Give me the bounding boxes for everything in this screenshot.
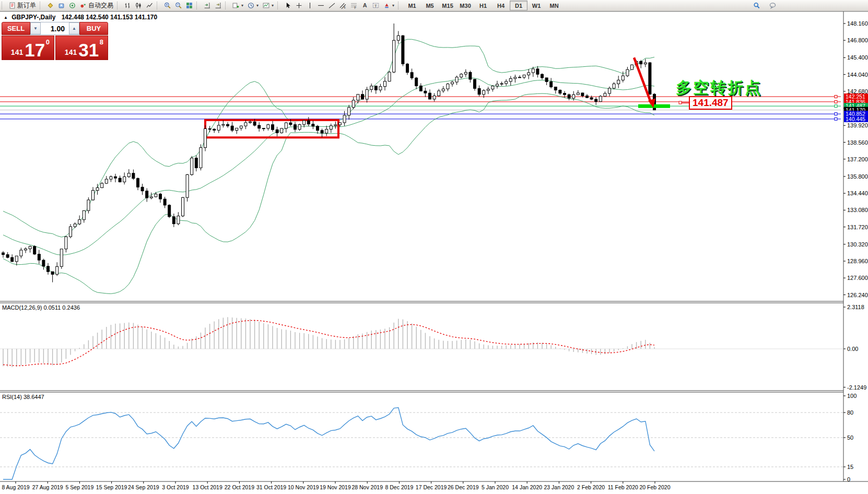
text-icon: A [361,2,368,9]
toolbar-separator [277,2,280,9]
auto-scroll-button[interactable] [202,1,213,11]
svg-text:14 Jan 2020: 14 Jan 2020 [512,484,542,490]
timeframe-d1[interactable]: D1 [510,1,527,10]
charts-button[interactable] [45,1,56,11]
buy-button[interactable]: BUY [79,22,108,35]
toolbar-separator [2,2,5,9]
timeframe-m30[interactable]: M30 [456,1,474,10]
tile-windows-icon [186,2,193,9]
zoom-in-button[interactable] [162,1,173,11]
sell-button[interactable]: SELL [2,22,30,35]
chart-title: ▲ GBPJPY-,Daily 142.448 142.540 141.153 … [4,14,157,21]
macd-label: MACD(12,26,9) 0.0511 0.2436 [2,304,80,311]
horizontal-line-button[interactable] [315,1,326,11]
svg-text:26 Dec 2019: 26 Dec 2019 [448,484,479,490]
svg-text:31 Oct 2019: 31 Oct 2019 [256,484,286,490]
svg-text:20 Feb 2020: 20 Feb 2020 [640,484,671,490]
tile-windows-button[interactable] [184,1,195,11]
chat-icon [769,2,776,9]
templates-button[interactable]: ▾ [261,1,276,11]
svg-text:15 Sep 2019: 15 Sep 2019 [96,484,127,490]
new-order-button[interactable]: 新订单 [7,1,38,11]
text-button[interactable]: A [359,1,370,11]
text-label-button[interactable]: T [370,1,381,11]
cursor-icon [285,2,291,9]
price-tag-annotation[interactable]: 141.487 [689,96,732,110]
chart-shift-button[interactable] [213,1,224,11]
svg-text:148.160: 148.160 [847,20,868,27]
svg-text:100: 100 [847,393,857,399]
search-icon [753,2,760,9]
arrows-button[interactable]: ▾ [381,1,396,11]
svg-text:8 Aug 2019: 8 Aug 2019 [2,484,29,490]
dropdown-caret-icon: ▾ [272,3,274,8]
fibonacci-button[interactable]: F [348,1,359,11]
sell-price-prefix: 141 [11,48,23,56]
volume-up-button[interactable]: ▲ [69,22,79,34]
navigator-button[interactable] [67,1,78,11]
svg-text:5 Sep 2019: 5 Sep 2019 [66,484,94,490]
line-chart-button[interactable] [144,1,155,11]
svg-text:19 Nov 2019: 19 Nov 2019 [320,484,351,490]
profiles-button[interactable] [56,1,67,11]
vertical-line-icon [307,2,313,9]
chat-button[interactable] [767,1,778,11]
cursor-button[interactable] [283,1,294,11]
chart-shift-icon [215,2,221,9]
auto-scroll-icon [204,2,210,9]
one-click-trading-panel: SELL ▼ ▲ BUY 141 17 0 141 31 8 [2,22,108,60]
bar-chart-button[interactable] [122,1,133,11]
periods-button[interactable]: ▾ [245,1,261,11]
volume-input[interactable] [41,22,69,34]
svg-text:80: 80 [847,409,853,416]
indicators-button[interactable]: ▾ [230,1,245,11]
candlestick-button[interactable] [133,1,144,11]
volume-down-button[interactable]: ▼ [30,22,41,34]
svg-text:146.800: 146.800 [847,37,868,43]
auto-trading-button[interactable]: 自动交易 [78,1,115,11]
timeframe-mn[interactable]: MN [545,1,563,10]
new-order-icon [9,2,16,9]
vertical-line-button[interactable] [304,1,315,11]
symbol-title: GBPJPY-,Daily [11,14,55,21]
zoom-out-button[interactable] [173,1,184,11]
svg-text:27 Aug 2019: 27 Aug 2019 [32,484,63,490]
bar-chart-icon [124,2,131,9]
auto-trading-icon [80,2,87,9]
sell-price-display[interactable]: 141 17 0 [2,36,54,60]
timeframe-h1[interactable]: H1 [474,1,492,10]
svg-text:131.720: 131.720 [847,224,868,230]
svg-text:0.00: 0.00 [847,346,858,352]
svg-text:134.440: 134.440 [847,190,868,196]
timeframe-m1[interactable]: M1 [403,1,421,10]
timeframe-m15[interactable]: M15 [439,1,456,10]
turning-point-annotation[interactable]: 多空转折点 [676,77,762,99]
svg-text:140.445: 140.445 [846,116,865,122]
timeframe-h4[interactable]: H4 [492,1,510,10]
channel-icon: E [339,2,346,9]
equidistant-channel-button[interactable]: E [337,1,348,11]
timeframe-w1[interactable]: W1 [527,1,545,10]
templates-icon [263,2,269,9]
crosshair-button[interactable] [294,1,304,11]
svg-text:22 Oct 2019: 22 Oct 2019 [225,484,254,490]
trendline-button[interactable] [326,1,337,11]
svg-text:0: 0 [847,476,850,483]
rsi-label: RSI(14) 38.6447 [2,394,44,400]
search-button[interactable] [751,1,762,11]
svg-text:2.3118: 2.3118 [847,304,864,310]
svg-text:23 Jan 2020: 23 Jan 2020 [544,484,574,490]
zoom-in-icon [164,2,171,9]
volume-control: ▼ ▲ [30,22,79,35]
svg-text:138.560: 138.560 [847,139,868,146]
chart-area[interactable]: 148.160146.800145.400144.040142.680141.3… [0,0,868,494]
indicators-icon [232,2,239,9]
zoom-out-icon [175,2,182,9]
timeframe-m5[interactable]: M5 [421,1,439,10]
label-icon: T [372,2,379,9]
buy-price-display[interactable]: 141 31 8 [55,36,108,60]
horizontal-line-icon [318,2,324,9]
svg-text:2 Feb 2020: 2 Feb 2020 [577,484,605,490]
sell-price-main: 17 [25,41,45,58]
collapse-triangle-icon[interactable]: ▲ [4,15,8,20]
